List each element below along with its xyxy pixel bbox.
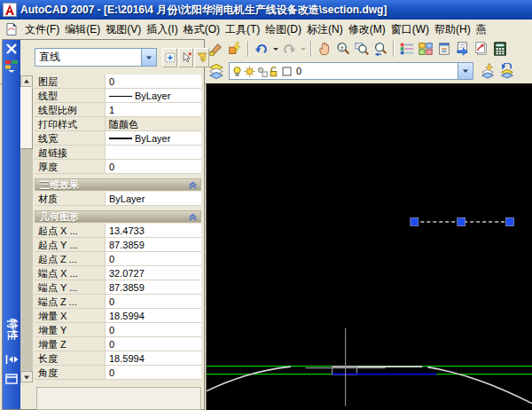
zoom-realtime-icon[interactable]: ±	[334, 40, 352, 58]
property-value[interactable]: 13.4733	[106, 224, 201, 237]
pickadd-toggle-icon[interactable]	[162, 48, 177, 67]
section-header[interactable]: 三维效果	[35, 178, 201, 191]
section-header[interactable]: 几何图形	[35, 210, 201, 223]
arc-left[interactable]	[207, 367, 291, 390]
property-value[interactable]: 0	[106, 75, 201, 88]
property-value[interactable]: 87.3859	[106, 238, 201, 251]
property-value[interactable]: ByLayer	[106, 192, 201, 205]
property-value[interactable]	[106, 146, 201, 159]
grip-midpoint[interactable]	[458, 218, 466, 226]
tool-palettes-icon[interactable]	[435, 40, 453, 58]
collapse-chevron-icon[interactable]	[188, 179, 198, 191]
palette-scrollbar[interactable]	[20, 75, 33, 382]
layer-vp-thaw-icon[interactable]	[256, 66, 268, 77]
scroll-down-icon[interactable]	[20, 371, 33, 382]
property-value[interactable]: 1	[106, 103, 201, 116]
layer-previous-icon[interactable]	[498, 62, 516, 80]
property-row: 图层0	[35, 75, 201, 89]
undo-icon[interactable]	[253, 40, 270, 58]
menu-item[interactable]: 工具(T)	[223, 20, 262, 40]
property-value[interactable]: 0	[106, 160, 201, 173]
menu-bar: 文件(F)编辑(E)视图(V)插入(I)格式(O)工具(T)绘图(D)标注(N)…	[0, 20, 532, 40]
property-value-text: ByLayer	[135, 133, 170, 144]
grip-end[interactable]	[506, 218, 514, 226]
scroll-up-icon[interactable]	[20, 75, 33, 87]
property-value-text: 随颜色	[109, 118, 138, 131]
object-type-dropdown-icon[interactable]	[141, 49, 156, 66]
property-value-text: 0	[109, 296, 114, 307]
property-value-text: 13.4733	[109, 225, 145, 236]
auto-hide-icon[interactable]	[4, 352, 19, 367]
menu-item[interactable]: 格式(O)	[181, 20, 223, 40]
property-value[interactable]: 0	[106, 323, 201, 336]
pan-realtime-icon[interactable]	[316, 40, 333, 58]
property-row: 角度0	[35, 366, 201, 380]
layer-color-swatch[interactable]	[281, 66, 293, 77]
select-objects-icon[interactable]	[178, 48, 193, 67]
drawing-canvas[interactable]	[206, 83, 532, 410]
property-row: 线型比例1	[35, 103, 201, 117]
menu-item[interactable]: 插入(I)	[144, 20, 180, 40]
sheetset-manager-icon[interactable]	[454, 40, 472, 58]
palette-title-strip[interactable]: 特性	[3, 40, 20, 409]
layer-combo-dropdown-icon[interactable]	[458, 63, 473, 79]
property-row: 厚度0	[35, 160, 201, 174]
layer-thaw-icon[interactable]	[244, 66, 255, 77]
layer-tool-icons	[479, 62, 516, 80]
toolbar-separator	[247, 41, 249, 57]
property-value[interactable]: 18.5994	[106, 351, 201, 365]
redo-dropdown-icon[interactable]	[299, 40, 307, 58]
menu-item[interactable]: 修改(M)	[346, 20, 388, 40]
property-value[interactable]: 32.0727	[106, 266, 201, 280]
menu-item[interactable]: 标注(N)	[304, 20, 346, 40]
standard-toolbar: ±	[207, 40, 509, 58]
description-box	[36, 387, 201, 410]
menu-item[interactable]: 文件(F)	[22, 20, 62, 40]
property-value[interactable]: 0	[106, 295, 201, 308]
properties-icon[interactable]	[398, 40, 416, 58]
grip-start[interactable]	[411, 218, 419, 226]
block-editor-icon[interactable]	[226, 40, 244, 58]
collapse-chevron-icon[interactable]	[188, 211, 198, 223]
designcenter-icon[interactable]	[417, 40, 434, 58]
property-row: 材质ByLayer	[35, 192, 201, 206]
property-value[interactable]: 0	[106, 337, 201, 351]
quick-select-icon[interactable]	[194, 48, 209, 67]
scrollbar-thumb[interactable]	[20, 87, 33, 149]
menu-item[interactable]: 编辑(E)	[62, 20, 103, 40]
property-label: 超链接	[35, 146, 106, 159]
zoom-previous-icon[interactable]	[372, 40, 389, 58]
quickcalc-icon[interactable]	[491, 40, 509, 58]
redo-icon[interactable]	[280, 40, 298, 58]
layer-combobox[interactable]: 0	[229, 62, 473, 80]
object-type-dropdown[interactable]: 直线	[35, 48, 157, 67]
make-object-layer-current-icon[interactable]	[479, 62, 497, 80]
property-value-text: 0	[109, 162, 114, 172]
close-icon[interactable]	[4, 42, 19, 56]
palette-properties-icon[interactable]	[4, 59, 19, 73]
property-row: 端点 X ...32.0727	[35, 266, 201, 280]
menu-item[interactable]: 视图(V)	[103, 20, 144, 40]
properties-window-icon[interactable]	[4, 372, 19, 386]
property-value[interactable]: 0	[106, 252, 201, 265]
zoom-window-icon[interactable]	[353, 40, 371, 58]
property-value[interactable]: ByLayer	[106, 131, 201, 145]
menu-item[interactable]: 帮助(H)	[432, 20, 473, 40]
property-value[interactable]: 18.5994	[106, 309, 201, 322]
layer-on-icon[interactable]	[231, 66, 243, 77]
arc-right[interactable]	[427, 367, 532, 404]
property-value-text: ByLayer	[135, 91, 170, 101]
undo-dropdown-icon[interactable]	[271, 40, 279, 58]
property-value[interactable]: ByLayer	[106, 89, 201, 102]
markup-set-manager-icon[interactable]	[473, 40, 490, 58]
property-value[interactable]: 0	[106, 366, 201, 379]
property-value[interactable]: 87.3859	[106, 280, 201, 294]
layer-properties-manager-icon[interactable]	[207, 62, 225, 80]
menu-item[interactable]: 绘图(D)	[262, 20, 304, 40]
layer-unlock-icon[interactable]	[269, 66, 280, 77]
menu-item[interactable]: 窗口(W)	[388, 20, 432, 40]
autocad-window: AutoCAD 2007 - [E:\2016\4 月份\沈阳华润电机生产线设备…	[0, 0, 532, 410]
property-value[interactable]: 随颜色	[106, 117, 201, 130]
match-properties-icon[interactable]	[207, 40, 225, 58]
menu-item[interactable]: 燕	[473, 20, 489, 40]
